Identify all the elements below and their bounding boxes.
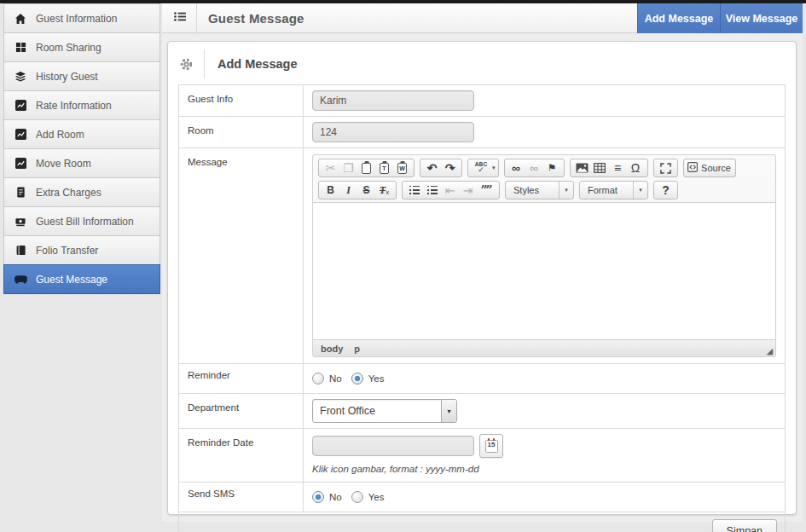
department-selected-value: Front Office: [313, 405, 441, 417]
department-row: Department Front Office ▾: [179, 394, 785, 429]
view-message-button[interactable]: View Message: [720, 3, 803, 33]
horizontal-rule-icon[interactable]: ≡: [609, 160, 627, 176]
add-message-button[interactable]: Add Message: [637, 3, 720, 33]
bulleted-list-icon[interactable]: [423, 182, 441, 199]
send-sms-no-radio[interactable]: [312, 491, 324, 503]
paragraph-group: ⇤ ⇥ ””: [402, 181, 500, 200]
blockquote-icon[interactable]: ””: [477, 182, 496, 199]
sidebar-item-guest-message[interactable]: Guest Message: [3, 264, 160, 294]
bill-icon: [14, 216, 27, 228]
sidebar-item-label: Move Room: [36, 158, 91, 170]
sidebar-item-label: Folio Transfer: [36, 245, 98, 257]
reminder-yes-radio[interactable]: [351, 373, 363, 385]
anchor-flag-icon[interactable]: ⚑: [543, 160, 561, 176]
maximize-group: [653, 159, 678, 177]
list-menu-icon: [173, 10, 187, 26]
reminder-row: Reminder No Yes: [179, 364, 785, 394]
add-message-form: Guest Info Karim Room 124 Message: [178, 84, 786, 532]
undo-icon[interactable]: ↶: [423, 160, 441, 176]
send-sms-field-cell: No Yes: [304, 483, 785, 512]
clipboard-shape: [362, 163, 371, 174]
numbered-list-icon[interactable]: [405, 182, 423, 199]
send-sms-radio-group: No Yes: [312, 491, 391, 503]
list-lines-shape: [427, 186, 438, 194]
calendar-picker-button[interactable]: 15: [479, 434, 503, 458]
send-sms-row: Send SMS No Yes: [179, 483, 785, 512]
editor-content-area[interactable]: [313, 202, 775, 340]
header-divider: [196, 3, 197, 32]
paste-icon[interactable]: [357, 160, 375, 176]
decrease-indent-icon[interactable]: ⇤: [441, 182, 459, 199]
sidebar-item-guest-information[interactable]: Guest Information: [3, 3, 160, 33]
chevron-down-icon: ▾: [633, 182, 647, 199]
toolbar-row-2: B I S T x: [316, 179, 773, 201]
sidebar-item-rate-information[interactable]: Rate Information: [3, 90, 160, 120]
format-dropdown[interactable]: Format ▾: [579, 181, 648, 200]
spellcheck-icon[interactable]: ABC ✓: [471, 160, 491, 176]
table-icon[interactable]: [591, 160, 609, 176]
menu-toggle-button[interactable]: [168, 6, 192, 30]
spell-check-mark: ✓: [478, 166, 484, 174]
remove-format-x: x: [386, 189, 389, 196]
paste-word-letter: W: [399, 165, 405, 171]
sidebar-item-folio-transfer[interactable]: Folio Transfer: [3, 235, 160, 265]
source-icon: [687, 162, 698, 174]
paste-plain-text-icon[interactable]: T: [375, 160, 393, 176]
send-sms-label: Send SMS: [179, 483, 304, 512]
reminder-date-row: Reminder Date 15 Klik icon gambar,: [179, 429, 785, 483]
guest-info-label: Guest Info: [179, 85, 304, 116]
format-dropdown-label: Format: [580, 185, 633, 195]
message-label: Message: [179, 148, 304, 363]
department-select[interactable]: Front Office ▾: [312, 399, 457, 423]
send-sms-yes-radio[interactable]: [351, 491, 363, 503]
sidebar-item-guest-bill-information[interactable]: Guest Bill Information: [3, 206, 160, 236]
reminder-date-hint: Klik icon gambar, format : yyyy-mm-dd: [312, 464, 479, 474]
simpan-button[interactable]: Simpan: [712, 519, 777, 532]
sidebar-item-label: Rate Information: [36, 100, 112, 112]
spellcheck-dropdown-arrow[interactable]: ▾: [492, 165, 496, 171]
italic-icon[interactable]: I: [339, 182, 357, 199]
path-body-element[interactable]: body: [321, 344, 343, 354]
list-lines-shape: [409, 186, 420, 194]
home-icon: [14, 13, 27, 25]
strikethrough-icon[interactable]: S: [357, 182, 375, 199]
path-p-element[interactable]: p: [354, 344, 360, 354]
cut-icon[interactable]: ✂: [322, 160, 339, 176]
special-character-icon[interactable]: Ω: [627, 160, 645, 176]
undo-group: ↶ ↷: [420, 159, 462, 177]
paste-text-letter: T: [382, 165, 386, 171]
sidebar-item-label: Guest Information: [36, 13, 117, 25]
guest-info-input[interactable]: Karim: [312, 90, 474, 111]
link-icon[interactable]: ∞: [507, 160, 525, 176]
room-input[interactable]: 124: [312, 122, 474, 142]
chevron-down-icon: ▾: [441, 400, 456, 422]
sidebar-item-room-sharing[interactable]: Room Sharing: [3, 32, 160, 62]
unlink-icon[interactable]: ∞: [525, 160, 543, 176]
toolbar-row-1: ✂ ❐ T W ↶ ↷: [316, 157, 773, 179]
redo-icon[interactable]: ↷: [441, 160, 459, 176]
maximize-icon[interactable]: [657, 160, 675, 176]
reminder-no-radio[interactable]: [312, 373, 324, 385]
sidebar-item-history-guest[interactable]: History Guest: [3, 61, 160, 91]
reminder-date-input[interactable]: [312, 436, 474, 456]
sidebar-item-add-room[interactable]: Add Room: [3, 119, 160, 149]
help-icon[interactable]: ?: [657, 182, 675, 199]
panel-header: Add Message: [168, 49, 796, 78]
sidebar-item-extra-charges[interactable]: Extra Charges: [3, 177, 160, 207]
bold-icon[interactable]: B: [322, 182, 339, 199]
styles-dropdown[interactable]: Styles ▾: [505, 181, 574, 200]
source-button[interactable]: Source: [687, 160, 733, 176]
chevron-down-icon: ▾: [559, 182, 573, 199]
reminder-date-controls: 15: [312, 434, 503, 458]
sidebar-item-move-room[interactable]: Move Room: [3, 148, 160, 178]
paste-from-word-icon[interactable]: W: [393, 160, 411, 176]
source-label: Source: [701, 164, 731, 173]
copy-icon[interactable]: ❐: [339, 160, 357, 176]
remove-format-icon[interactable]: T x: [375, 182, 393, 199]
sidebar-item-label: Guest Bill Information: [36, 216, 134, 228]
clipboard-group: ✂ ❐ T W: [318, 159, 415, 177]
increase-indent-icon[interactable]: ⇥: [459, 182, 477, 199]
editor-resize-handle[interactable]: ◢: [767, 347, 773, 356]
room-row: Room 124: [179, 117, 785, 148]
image-icon[interactable]: [573, 160, 591, 176]
